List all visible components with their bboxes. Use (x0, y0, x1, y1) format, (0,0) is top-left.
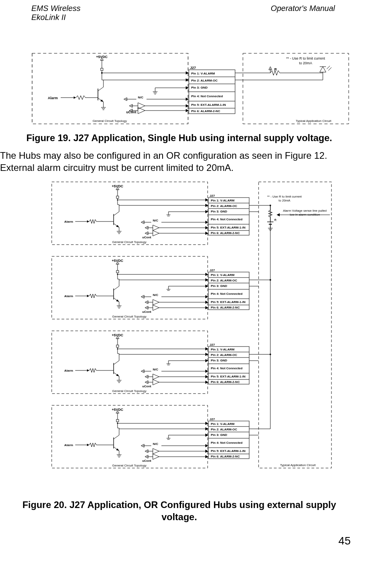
svg-point-117 (270, 279, 271, 281)
note-label2: to 20mA (299, 61, 312, 65)
gct-label: General Circuit Topology (92, 119, 127, 123)
svg-rect-110 (259, 182, 331, 468)
header-left: EMS Wireless EkoLink II (31, 4, 80, 22)
note-label: ** - Use R to limit current (286, 56, 325, 60)
svg-point-118 (270, 354, 271, 355)
svg-marker-28 (186, 104, 189, 107)
figure-19-diagram: General Circuit Topology +5VDC Alarm (31, 49, 353, 128)
sense-label2: low in alarm condition (290, 213, 320, 216)
svg-point-5 (95, 87, 109, 102)
svg-line-54 (328, 67, 331, 71)
svg-marker-36 (186, 86, 189, 89)
nc-label: N/C (138, 96, 143, 99)
tac-label: Typical Application Circuit (280, 463, 316, 467)
pin6: Pin 6: ALARM-2-NC (191, 109, 220, 113)
svg-line-7 (98, 87, 103, 91)
pin3: Pin 3: GND (191, 86, 208, 89)
pin4: Pin 4: Not Connected (191, 94, 223, 98)
pin5: Pin 5: EXT-ALARM-1-IN (191, 103, 226, 107)
figure-20-diagram: General Circuit Topology +5VDC (51, 181, 333, 495)
brand: EMS Wireless (31, 4, 80, 13)
figure-19-caption: Figure 19. J27 Application, Single Hub u… (16, 132, 343, 144)
svg-point-34 (101, 72, 103, 74)
svg-marker-26 (186, 109, 189, 112)
body-paragraph: The Hubs may also be configured in an OR… (0, 149, 343, 174)
doc-title: Operator's Manual (271, 4, 335, 13)
figure-20-caption: Figure 20. J27 Application, OR Configure… (16, 499, 343, 523)
svg-line-53 (327, 66, 330, 69)
svg-marker-17 (186, 78, 189, 82)
svg-rect-3 (101, 68, 103, 71)
r-label: R (274, 67, 277, 71)
svg-marker-33 (186, 71, 189, 74)
plus: + (274, 218, 276, 221)
tac-label: Typical Application Circuit (296, 119, 331, 123)
pin1: Pin 1: V-ALARM (191, 72, 215, 75)
page: EMS Wireless EkoLink II Operator's Manua… (0, 0, 382, 559)
sense-label: Alarm Voltage sense line pulled (283, 209, 327, 212)
alarm-label: Alarm (48, 96, 58, 100)
svg-rect-44 (243, 53, 349, 124)
page-number: 45 (0, 535, 358, 547)
page-header: EMS Wireless EkoLink II Operator's Manua… (0, 4, 358, 22)
product: EkoLink II (31, 13, 66, 22)
note20a: ** - Use R to limit current (267, 195, 302, 198)
svg-marker-125 (277, 213, 280, 216)
note20b: to 20mA (279, 199, 290, 202)
svg-rect-0 (32, 53, 188, 124)
svg-marker-51 (320, 67, 326, 72)
header-right: Operator's Manual (271, 4, 335, 22)
j27-label: J27 (190, 66, 196, 70)
pin2: Pin 2: ALARM-OC (191, 79, 217, 82)
svg-marker-14 (74, 96, 76, 99)
svg-marker-21 (186, 98, 189, 101)
